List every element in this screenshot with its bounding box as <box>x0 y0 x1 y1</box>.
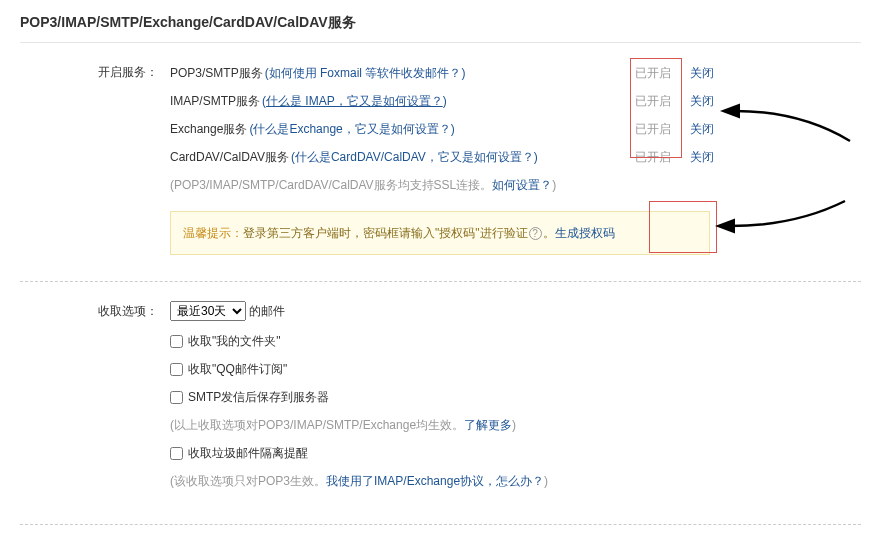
service-status: 已开启 <box>635 89 671 113</box>
service-name: CardDAV/CalDAV服务 <box>170 145 289 169</box>
recv-note: (以上收取选项对POP3/IMAP/SMTP/Exchange均生效。了解更多) <box>170 414 861 436</box>
check-row-qqsub: 收取"QQ邮件订阅" <box>170 358 861 380</box>
checkbox-junk[interactable] <box>170 447 183 460</box>
service-help: (如何使用 Foxmail 等软件收发邮件？) <box>265 61 466 85</box>
check-row-junk: 收取垃圾邮件隔离提醒 <box>170 442 861 464</box>
service-help: (什么是CardDAV/CalDAV，它又是如何设置？) <box>291 145 538 169</box>
services-section: 开启服务： POP3/SMTP服务 (如何使用 Foxmail 等软件收发邮件？… <box>20 43 861 282</box>
service-name: POP3/SMTP服务 <box>170 61 263 85</box>
check-row-smtp: SMTP发信后保存到服务器 <box>170 386 861 408</box>
ssl-howto-link[interactable]: 如何设置？ <box>492 173 552 197</box>
service-status: 已开启 <box>635 61 671 85</box>
receive-label: 收取选项： <box>20 300 170 322</box>
service-row-carddav: CardDAV/CalDAV服务 (什么是CardDAV/CalDAV，它又是如… <box>170 145 861 169</box>
service-status: 已开启 <box>635 117 671 141</box>
services-label: 开启服务： <box>20 61 170 83</box>
hint-text: 登录第三方客户端时，密码框请输入"授权码"进行验证 <box>243 226 528 240</box>
service-row-imap: IMAP/SMTP服务 (什么是 IMAP，它又是如何设置？) 已开启 关闭 <box>170 89 861 113</box>
service-row-pop3: POP3/SMTP服务 (如何使用 Foxmail 等软件收发邮件？) 已开启 … <box>170 61 861 85</box>
checkbox-myfolder[interactable] <box>170 335 183 348</box>
select-suffix: 的邮件 <box>249 304 285 318</box>
help-link[interactable]: 什么是Exchange，它又是如何设置？ <box>253 122 450 136</box>
service-name: Exchange服务 <box>170 117 247 141</box>
checkbox-smtp[interactable] <box>170 391 183 404</box>
ssl-note: (POP3/IMAP/SMTP/CardDAV/CalDAV服务均支持SSL连接… <box>170 173 861 197</box>
receive-range-select[interactable]: 最近30天 <box>170 301 246 321</box>
hint-box: 温馨提示：登录第三方客户端时，密码框请输入"授权码"进行验证?。生成授权码 <box>170 211 710 255</box>
service-close-link[interactable]: 关闭 <box>690 89 714 113</box>
junk-help-link[interactable]: 我使用了IMAP/Exchange协议，怎么办？ <box>326 470 544 492</box>
junk-note: (该收取选项只对POP3生效。我使用了IMAP/Exchange协议，怎么办？) <box>170 470 861 492</box>
service-row-exchange: Exchange服务 (什么是Exchange，它又是如何设置？) 已开启 关闭 <box>170 117 861 141</box>
annotation-arrow <box>725 196 855 246</box>
service-help: (什么是 IMAP，它又是如何设置？) <box>262 89 447 113</box>
service-close-link[interactable]: 关闭 <box>690 61 714 85</box>
help-link[interactable]: 如何使用 Foxmail 等软件收发邮件？ <box>269 66 462 80</box>
page-title: POP3/IMAP/SMTP/Exchange/CardDAV/CalDAV服务 <box>20 0 861 43</box>
checkbox-qqsub[interactable] <box>170 363 183 376</box>
check-row-myfolder: 收取"我的文件夹" <box>170 330 861 352</box>
learn-more-link[interactable]: 了解更多 <box>464 414 512 436</box>
service-name: IMAP/SMTP服务 <box>170 89 260 113</box>
checkbox-label: 收取垃圾邮件隔离提醒 <box>188 442 308 464</box>
help-link[interactable]: 什么是CardDAV/CalDAV，它又是如何设置？ <box>295 150 534 164</box>
checkbox-label: 收取"QQ邮件订阅" <box>188 358 287 380</box>
service-close-link[interactable]: 关闭 <box>690 145 714 169</box>
help-link[interactable]: 什么是 IMAP，它又是如何设置？ <box>266 94 443 108</box>
service-status: 已开启 <box>635 145 671 169</box>
service-help: (什么是Exchange，它又是如何设置？) <box>249 117 454 141</box>
service-close-link[interactable]: 关闭 <box>690 117 714 141</box>
checkbox-label: 收取"我的文件夹" <box>188 330 281 352</box>
gen-code-link[interactable]: 生成授权码 <box>555 226 615 240</box>
sync-section: 同步选项： 禁止收信软件删信 (为什么会有收信软件删信？) <box>20 525 861 533</box>
checkbox-label: SMTP发信后保存到服务器 <box>188 386 329 408</box>
receive-section: 收取选项： 最近30天 的邮件 收取"我的文件夹" 收取"QQ邮件订阅" <box>20 282 861 525</box>
hint-label: 温馨提示： <box>183 226 243 240</box>
help-circle-icon[interactable]: ? <box>529 227 542 240</box>
